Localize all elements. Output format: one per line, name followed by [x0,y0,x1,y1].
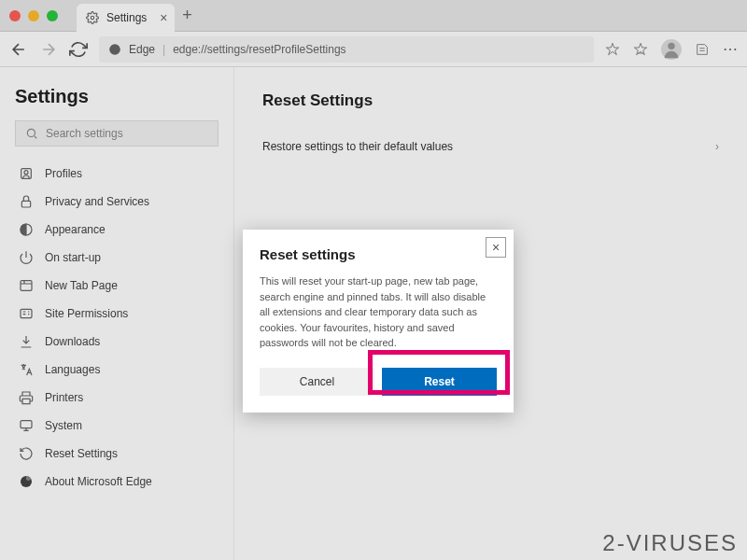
reset-settings-dialog: × Reset settings This will reset your st… [243,230,514,413]
cancel-button[interactable]: Cancel [260,368,374,396]
dialog-buttons: Cancel Reset [260,368,497,396]
watermark: 2-VIRUSES [602,530,738,556]
dialog-title: Reset settings [260,246,497,262]
dialog-close-button[interactable]: × [486,237,506,258]
reset-button[interactable]: Reset [382,368,497,396]
dialog-body: This will reset your start-up page, new … [260,273,497,351]
